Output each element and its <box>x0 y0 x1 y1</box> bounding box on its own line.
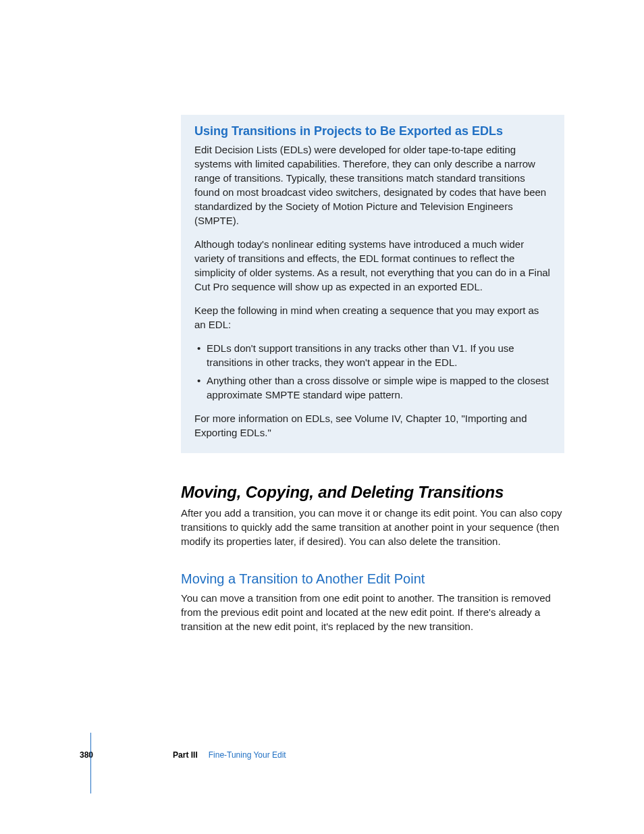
section-heading: Moving, Copying, and Deleting Transition… <box>181 483 564 502</box>
list-item: EDLs don't support transitions in any tr… <box>194 341 551 369</box>
callout-bullet-list: EDLs don't support transitions in any tr… <box>194 341 551 402</box>
section-paragraph-1: After you add a transition, you can move… <box>181 506 564 548</box>
part-label: Part III <box>173 750 198 760</box>
callout-paragraph-3: Keep the following in mind when creating… <box>194 303 551 332</box>
section-paragraph-2: You can move a transition from one edit … <box>181 591 564 633</box>
callout-heading: Using Transitions in Projects to Be Expo… <box>194 124 551 138</box>
callout-paragraph-4: For more information on EDLs, see Volume… <box>194 411 551 440</box>
left-rule-decoration <box>90 733 91 793</box>
chapter-name: Fine-Tuning Your Edit <box>209 750 286 760</box>
main-content: Moving, Copying, and Deleting Transition… <box>181 483 564 633</box>
page-container: Using Transitions in Projects to Be Expo… <box>0 0 644 633</box>
callout-paragraph-1: Edit Decision Lists (EDLs) were develope… <box>194 142 551 228</box>
sub-heading: Moving a Transition to Another Edit Poin… <box>181 571 564 587</box>
page-footer: 380 Part III Fine-Tuning Your Edit <box>80 750 286 760</box>
callout-box: Using Transitions in Projects to Be Expo… <box>181 115 564 453</box>
page-number: 380 <box>80 750 93 760</box>
list-item: Anything other than a cross dissolve or … <box>194 373 551 402</box>
callout-paragraph-2: Although today's nonlinear editing syste… <box>194 237 551 294</box>
